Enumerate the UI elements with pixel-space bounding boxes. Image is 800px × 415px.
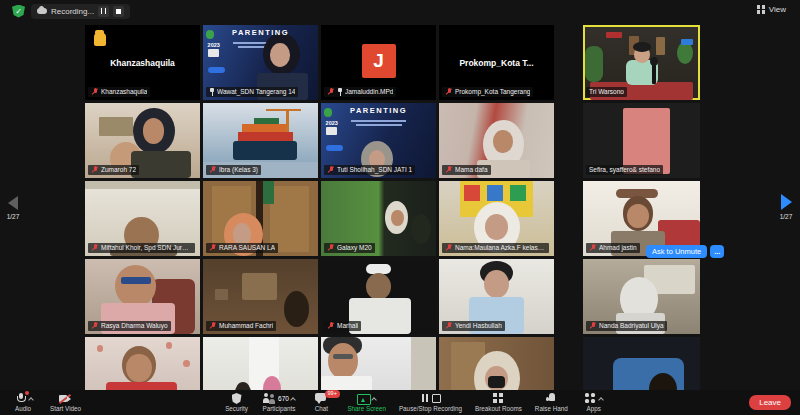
mic-muted-icon: [445, 244, 453, 252]
participant-name-tag: Nama:Maulana Azka.F kelas 2D SD...: [442, 243, 549, 253]
share-screen-icon: [357, 393, 370, 404]
video-scene-shape: [242, 124, 286, 132]
mic-muted-icon: [327, 244, 335, 252]
participant-name-tag: Ibra (Kelas 3): [206, 165, 261, 175]
participant-tile[interactable]: Prokomp_Kota T...Prokomp_Kota Tangerang: [439, 25, 554, 100]
security-button[interactable]: Security: [224, 390, 250, 415]
breakout-rooms-icon: [492, 393, 505, 404]
video-scene-shape: [656, 37, 665, 55]
apps-label: Apps: [587, 405, 601, 412]
participant-tile[interactable]: KhanzashaquilaKhanzashaquila: [85, 25, 200, 100]
participant-tile[interactable]: Mama dafa: [439, 103, 554, 178]
participant-name-tag: Muhammad Fachri: [206, 321, 276, 331]
pause-stop-recording-label: Pause/Stop Recording: [399, 405, 462, 412]
participant-name: Sefira, syaffero& stefano: [589, 165, 660, 175]
virtual-background-year: 2023: [208, 42, 220, 48]
video-scene-shape: [633, 42, 651, 52]
participant-name: Yendi Hasbullah: [455, 321, 502, 331]
leave-button[interactable]: Leave: [749, 395, 791, 410]
participant-tile[interactable]: PARENTING2023Tuti Sholihah_SDN JATI 1: [321, 103, 436, 178]
participants-icon: [263, 393, 276, 404]
participant-name-tag: Wawat_SDN Tangerang 14: [206, 87, 298, 97]
participant-tile[interactable]: Yendi Hasbullah: [439, 259, 554, 334]
video-scene-shape: [208, 49, 220, 57]
pin-icon: [209, 88, 215, 96]
virtual-background-year: 2023: [326, 120, 338, 126]
participant-name: Ahmad jastin: [599, 243, 637, 253]
participant-name: Tuti Sholihah_SDN JATI 1: [337, 165, 412, 175]
participants-count: 670: [278, 395, 289, 402]
participant-name-tag: Prokomp_Kota Tangerang: [442, 87, 533, 97]
video-scene-shape: [606, 32, 621, 38]
participant-tile[interactable]: Ibra (Kelas 3): [203, 103, 318, 178]
page-indicator-right: 1/27: [773, 213, 799, 220]
participant-tile[interactable]: Miftahul Khoir, Spd SDN Jurumudi 1: [85, 181, 200, 256]
participant-tile[interactable]: Rasya Dharma Waluyo: [85, 259, 200, 334]
participants-button[interactable]: 670Participants: [263, 390, 296, 415]
video-scene-shape: [266, 109, 301, 111]
apps-button[interactable]: Apps: [581, 390, 607, 415]
video-scene-shape: [85, 181, 200, 189]
video-scene-shape: [183, 360, 190, 368]
breakout-rooms-button[interactable]: Breakout Rooms: [475, 390, 522, 415]
participant-name-tag: Zumaroh 72: [88, 165, 139, 175]
video-scene-shape: [681, 39, 693, 46]
video-scene-shape: [115, 265, 156, 307]
video-scene-shape: [650, 57, 658, 66]
video-scene-shape: [166, 342, 173, 350]
chat-unread-badge: 99+: [325, 390, 340, 398]
next-page-arrow-icon[interactable]: [781, 194, 792, 210]
participant-tile[interactable]: Zumaroh 72: [85, 103, 200, 178]
video-scene-shape: [487, 185, 503, 202]
participant-tile[interactable]: Nama:Maulana Azka.F kelas 2D SD...: [439, 181, 554, 256]
video-scene-shape: [488, 376, 504, 388]
audio-button[interactable]: Audio: [10, 390, 36, 415]
participants-label: Participants: [263, 405, 296, 412]
more-options-button[interactable]: ...: [710, 245, 724, 258]
participant-name: Nama:Maulana Azka.F kelas 2D SD...: [455, 243, 546, 253]
video-scene-shape: [143, 118, 165, 144]
start-video-icon: [59, 393, 72, 404]
participant-name-tag: Galaxy M20: [324, 243, 375, 253]
mic-muted-icon: [91, 166, 99, 174]
raise-hand-button[interactable]: Raise Hand: [535, 390, 568, 415]
prev-page-arrow-icon[interactable]: [8, 196, 18, 210]
video-scene-shape: [238, 132, 293, 141]
video-scene-shape: [215, 289, 229, 300]
participant-tile[interactable]: PARENTING2023Wawat_SDN Tangerang 14: [203, 25, 318, 100]
video-scene-shape: [623, 108, 670, 174]
mic-muted-icon: [445, 166, 453, 174]
participant-name: Galaxy M20: [337, 243, 372, 253]
video-scene-shape: [233, 141, 297, 161]
participant-name: Marhali: [337, 321, 358, 331]
video-scene-shape: [326, 127, 338, 135]
participant-name-tag: Rasya Dharma Waluyo: [88, 321, 171, 331]
video-scene-shape: [485, 214, 508, 240]
video-scene-shape: [333, 354, 354, 359]
video-scene-shape: [126, 354, 151, 383]
participant-tile[interactable]: Sefira, syaffero& stefano: [583, 103, 700, 178]
ask-to-unmute-button[interactable]: Ask to Unmute: [646, 245, 707, 258]
participant-tile[interactable]: JJamaluddin.MPd: [321, 25, 436, 100]
participant-tile[interactable]: Tri Warsono: [583, 25, 700, 100]
zoom-meeting-window: ✓ Recording... View KhanzashaquilaKhanza…: [0, 0, 800, 415]
video-scene-shape: [208, 67, 225, 73]
participant-name-tag: RARA SAUSAN LA: [206, 243, 278, 253]
share-screen-button[interactable]: Share Screen: [347, 390, 386, 415]
participant-tile[interactable]: Galaxy M20: [321, 181, 436, 256]
video-scene-shape: [351, 120, 406, 122]
participant-name: Ibra (Kelas 3): [219, 165, 258, 175]
start-video-button[interactable]: Start Video: [50, 390, 81, 415]
participant-gallery: KhanzashaquilaKhanzashaquilaPARENTING202…: [0, 0, 800, 415]
video-scene-shape: [270, 186, 309, 252]
chat-button[interactable]: 99+Chat: [308, 390, 334, 415]
participant-tile[interactable]: Muhammad Fachri: [203, 259, 318, 334]
participant-name: Rasya Dharma Waluyo: [101, 321, 168, 331]
participant-tile[interactable]: Nanda Badriyatul Ulya: [583, 259, 700, 334]
chevron-up-icon: [598, 397, 604, 403]
pause-stop-recording-button[interactable]: Pause/Stop Recording: [399, 390, 462, 415]
participant-tile[interactable]: Marhali: [321, 259, 436, 334]
participant-tile[interactable]: RARA SAUSAN LA: [203, 181, 318, 256]
video-scene-shape: [585, 46, 603, 82]
participant-name: Miftahul Khoir, Spd SDN Jurumudi 1: [101, 243, 192, 253]
